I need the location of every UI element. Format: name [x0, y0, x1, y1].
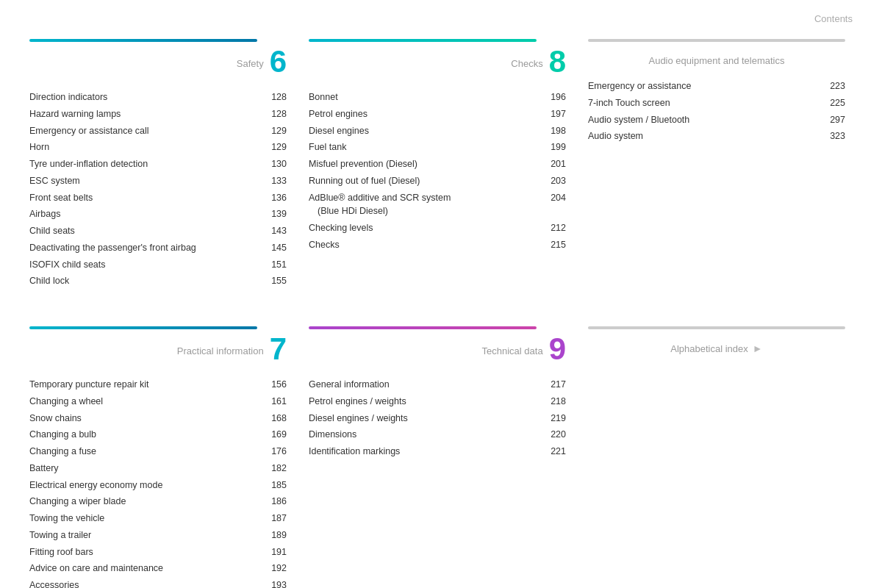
section-audio-bar: [588, 39, 845, 42]
list-item: Audio system / Bluetooth 297: [588, 112, 845, 129]
list-item: Running out of fuel (Diesel) 203: [309, 173, 566, 190]
section-index-header: Alphabetical index ►: [588, 326, 845, 357]
section-technical-items: General information 217 Petrol engines /…: [309, 376, 566, 460]
top-sections: Safety 6 Direction indicators 128 Hazard…: [0, 32, 882, 312]
list-item: Fitting roof bars 191: [29, 544, 287, 561]
section-safety-bar: [29, 39, 257, 42]
list-item: Changing a fuse 176: [29, 443, 287, 460]
section-audio-items: Emergency or assistance 223 7-inch Touch…: [588, 78, 845, 145]
list-item: Tyre under-inflation detection 130: [29, 156, 287, 173]
section-audio: Audio equipment and telematics Emergency…: [581, 39, 860, 304]
list-item: Snow chains 168: [29, 410, 287, 427]
section-practical: Practical information 7 Temporary punctu…: [22, 326, 301, 588]
section-safety-title: Safety: [237, 58, 264, 69]
list-item: Direction indicators 128: [29, 89, 287, 106]
section-checks-header: Checks 8: [309, 39, 566, 80]
list-item: Emergency or assistance 223: [588, 78, 845, 95]
list-item: Checks 215: [309, 237, 566, 254]
section-practical-header: Practical information 7: [29, 326, 287, 368]
section-practical-bar: [29, 326, 257, 329]
list-item: AdBlue® additive and SCR system(Blue HDi…: [309, 190, 566, 220]
section-checks-title: Checks: [511, 58, 542, 69]
section-checks-number: 8: [549, 46, 566, 77]
page-title: Contents: [0, 0, 882, 32]
section-safety: Safety 6 Direction indicators 128 Hazard…: [22, 39, 301, 304]
section-technical-header: Technical data 9: [309, 326, 566, 368]
section-checks: Checks 8 Bonnet 196 Petrol engines 197 D…: [301, 39, 581, 304]
list-item: Petrol engines / weights 218: [309, 393, 566, 410]
section-technical-bar: [309, 326, 537, 329]
section-index-bar: [588, 326, 845, 329]
list-item: Accessories 193: [29, 577, 287, 588]
list-item: Audio system 323: [588, 128, 845, 145]
section-audio-header: Audio equipment and telematics: [588, 39, 845, 69]
list-item: Checking levels 212: [309, 220, 566, 237]
list-item: Electrical energy economy mode 185: [29, 477, 287, 494]
section-checks-items: Bonnet 196 Petrol engines 197 Diesel eng…: [309, 89, 566, 254]
arrow-icon: ►: [753, 343, 763, 354]
section-checks-bar: [309, 39, 537, 42]
section-technical: Technical data 9 General information 217…: [301, 326, 581, 588]
section-safety-header: Safety 6: [29, 39, 287, 80]
list-item: Airbags 139: [29, 206, 287, 223]
list-item: Towing the vehicle 187: [29, 510, 287, 527]
list-item: Battery 182: [29, 460, 287, 477]
list-item: 7-inch Touch screen 225: [588, 95, 845, 112]
list-item: Towing a trailer 189: [29, 527, 287, 544]
list-item: ESC system 133: [29, 173, 287, 190]
list-item: Diesel engines 198: [309, 123, 566, 140]
list-item: Advice on care and maintenance 192: [29, 560, 287, 577]
list-item: Horn 129: [29, 139, 287, 156]
list-item: Temporary puncture repair kit 156: [29, 376, 287, 393]
list-item: Petrol engines 197: [309, 106, 566, 123]
section-technical-title: Technical data: [482, 345, 543, 356]
list-item: ISOFIX child seats 151: [29, 257, 287, 273]
section-audio-title: Audio equipment and telematics: [648, 55, 784, 66]
list-item: Changing a wiper blade 186: [29, 493, 287, 510]
list-item: Child seats 143: [29, 223, 287, 240]
section-index: Alphabetical index ►: [581, 326, 860, 588]
list-item: Front seat belts 136: [29, 190, 287, 207]
list-item: Dimensions 220: [309, 426, 566, 443]
bottom-sections: Practical information 7 Temporary punctu…: [0, 326, 882, 588]
section-practical-title: Practical information: [177, 345, 264, 356]
list-item: Diesel engines / weights 219: [309, 410, 566, 427]
list-item: Hazard warning lamps 128: [29, 106, 287, 123]
section-safety-items: Direction indicators 128 Hazard warning …: [29, 89, 287, 290]
list-item: Bonnet 196: [309, 89, 566, 106]
section-practical-number: 7: [270, 334, 287, 365]
list-item: Emergency or assistance call 129: [29, 123, 287, 140]
list-item: Fuel tank 199: [309, 139, 566, 156]
list-item: Identification markings 221: [309, 443, 566, 460]
list-item: General information 217: [309, 376, 566, 393]
section-index-title: Alphabetical index: [670, 343, 748, 354]
list-item: Misfuel prevention (Diesel) 201: [309, 156, 566, 173]
section-technical-number: 9: [549, 334, 566, 365]
section-practical-items: Temporary puncture repair kit 156 Changi…: [29, 376, 287, 588]
list-item: Deactivating the passenger's front airba…: [29, 240, 287, 257]
list-item: Changing a wheel 161: [29, 393, 287, 410]
list-item: Child lock 155: [29, 273, 287, 290]
section-safety-number: 6: [270, 46, 287, 77]
list-item: Changing a bulb 169: [29, 426, 287, 443]
